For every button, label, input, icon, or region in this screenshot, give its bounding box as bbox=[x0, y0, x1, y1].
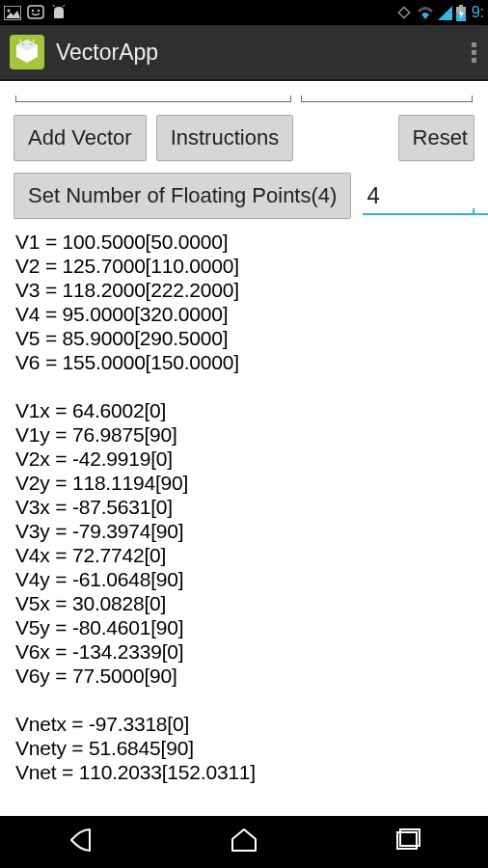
result-line: V6y = 77.5000[90] bbox=[15, 664, 473, 688]
float-points-input[interactable] bbox=[363, 176, 488, 215]
set-float-points-button[interactable]: Set Number of Floating Points(4) bbox=[14, 173, 351, 219]
home-button[interactable] bbox=[227, 826, 261, 858]
result-line: Vnetx = -97.3318[0] bbox=[15, 712, 473, 736]
result-line: V6 = 155.0000[150.0000] bbox=[15, 350, 473, 374]
main-content: Add Vector Instructions Reset Set Number… bbox=[0, 81, 488, 816]
result-line: V5 = 85.9000[290.5000] bbox=[15, 326, 473, 350]
result-line: V1 = 100.5000[50.0000] bbox=[15, 230, 473, 254]
instructions-button[interactable]: Instructions bbox=[156, 115, 294, 161]
result-line: Vnety = 51.6845[90] bbox=[15, 736, 473, 760]
result-line: V4y = -61.0648[90] bbox=[15, 567, 473, 591]
android-icon bbox=[50, 5, 68, 20]
results-output: V1 = 100.5000[50.0000]V2 = 125.7000[110.… bbox=[0, 228, 488, 786]
svg-point-1 bbox=[8, 9, 11, 12]
result-line: Vnet = 110.2033[152.0311] bbox=[15, 760, 473, 784]
rotate-icon bbox=[395, 4, 413, 21]
svg-point-3 bbox=[32, 10, 34, 12]
svg-point-13 bbox=[22, 43, 24, 45]
recent-apps-button[interactable] bbox=[390, 826, 424, 858]
svg-line-5 bbox=[53, 5, 55, 7]
result-line: V5x = 30.0828[0] bbox=[15, 591, 473, 615]
app-title: VectorApp bbox=[56, 40, 158, 66]
svg-point-14 bbox=[30, 43, 32, 45]
result-line: V4x = 72.7742[0] bbox=[15, 543, 473, 567]
result-line: V2x = -42.9919[0] bbox=[15, 447, 473, 471]
vector-angle-input[interactable] bbox=[301, 81, 473, 102]
back-button[interactable] bbox=[64, 826, 98, 858]
battery-icon bbox=[456, 5, 466, 21]
result-line: V2 = 125.7000[110.0000] bbox=[15, 254, 473, 278]
result-line: V3 = 118.2000[222.2000] bbox=[15, 278, 473, 302]
app-icon bbox=[10, 35, 44, 69]
message-icon bbox=[27, 5, 44, 20]
result-line: V6x = -134.2339[0] bbox=[15, 639, 473, 664]
svg-line-11 bbox=[20, 40, 22, 42]
add-vector-button[interactable]: Add Vector bbox=[14, 115, 147, 161]
svg-rect-7 bbox=[398, 7, 409, 17]
result-line: V1x = 64.6002[0] bbox=[15, 398, 473, 422]
result-line: V4 = 95.0000[320.0000] bbox=[15, 302, 473, 326]
signal-icon bbox=[438, 6, 452, 20]
clock-text: 9: bbox=[472, 4, 484, 21]
overflow-menu-icon[interactable] bbox=[464, 35, 484, 70]
svg-line-6 bbox=[63, 5, 65, 7]
svg-line-12 bbox=[33, 40, 35, 42]
wifi-icon bbox=[417, 6, 434, 20]
input-fields-row bbox=[0, 81, 488, 108]
float-row: Set Number of Floating Points(4) bbox=[0, 168, 488, 228]
reset-button[interactable]: Reset bbox=[398, 115, 474, 161]
svg-point-4 bbox=[38, 10, 40, 12]
result-line: V2y = 118.1194[90] bbox=[15, 471, 473, 495]
result-line: V5y = -80.4601[90] bbox=[15, 615, 473, 639]
navigation-bar bbox=[0, 816, 488, 868]
picture-icon bbox=[4, 6, 21, 20]
vector-magnitude-input[interactable] bbox=[15, 81, 291, 102]
status-bar: 9: bbox=[0, 0, 488, 25]
result-line: V3x = -87.5631[0] bbox=[15, 495, 473, 519]
result-line: V3y = -79.3974[90] bbox=[15, 519, 473, 543]
svg-rect-2 bbox=[28, 6, 43, 18]
svg-rect-8 bbox=[459, 5, 463, 7]
result-line: V1y = 76.9875[90] bbox=[15, 422, 473, 447]
action-bar: VectorApp bbox=[0, 25, 488, 81]
primary-button-row: Add Vector Instructions Reset bbox=[0, 108, 488, 168]
